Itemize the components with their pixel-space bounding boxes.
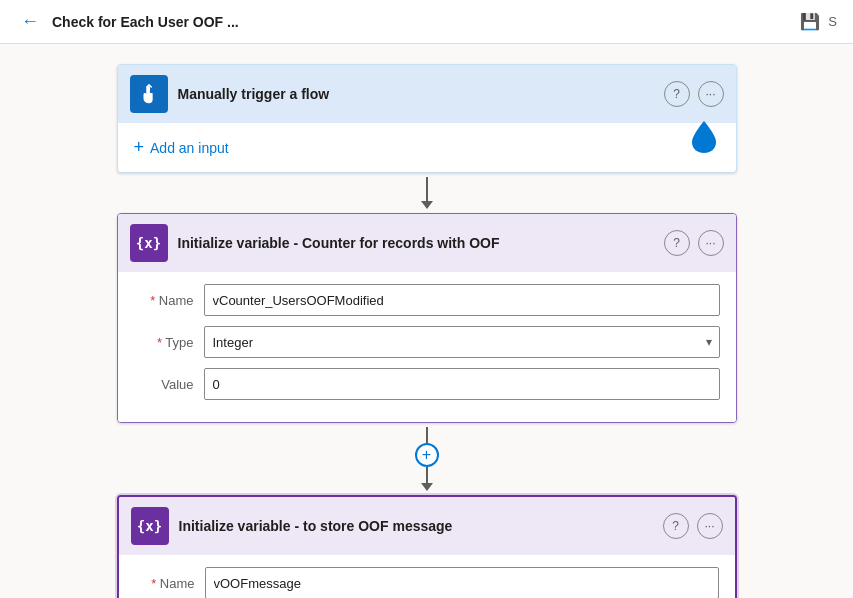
trigger-body: + Add an input [118, 123, 736, 172]
var1-more-button[interactable]: ··· [698, 230, 724, 256]
var1-type-label: * Type [134, 335, 194, 350]
var1-help-button[interactable]: ? [664, 230, 690, 256]
trigger-title: Manually trigger a flow [178, 86, 654, 102]
var-card-1-body: * Name * Type Integer String Float Bo [118, 272, 736, 422]
plus-connector: + [415, 427, 439, 491]
required-star-2: * [157, 335, 162, 350]
var1-value-row: Value [134, 368, 720, 400]
var-card-1-header: {x} Initialize variable - Counter for re… [118, 214, 736, 272]
add-input-plus-icon: + [134, 137, 145, 158]
arrow-head [421, 201, 433, 209]
var-card-2-body: * Name * Type Integer String Float Bo [119, 555, 735, 598]
trigger-header: Manually trigger a flow ? ··· [118, 65, 736, 123]
var-card-2-header: {x} Initialize variable - to store OOF m… [119, 497, 735, 555]
page-title: Check for Each User OOF ... [52, 14, 239, 30]
trigger-more-button[interactable]: ··· [698, 81, 724, 107]
trigger-help-button[interactable]: ? [664, 81, 690, 107]
var2-name-input[interactable] [205, 567, 719, 598]
var-card-2: {x} Initialize variable - to store OOF m… [117, 495, 737, 598]
top-bar: ← Check for Each User OOF ... 💾 S [0, 0, 853, 44]
arrow-line [426, 177, 428, 201]
required-star-3: * [151, 576, 156, 591]
trigger-card-actions: ? ··· [664, 81, 724, 107]
trigger-card: Manually trigger a flow ? ··· + Add an i… [117, 64, 737, 173]
var1-name-row: * Name [134, 284, 720, 316]
var2-name-label: * Name [135, 576, 195, 591]
var-icon-label-2: {x} [137, 518, 162, 534]
var-card-2-actions: ? ··· [663, 513, 723, 539]
back-button[interactable]: ← [16, 8, 44, 36]
plus-button[interactable]: + [415, 443, 439, 467]
var1-name-label: * Name [134, 293, 194, 308]
flow-container: Manually trigger a flow ? ··· + Add an i… [117, 64, 737, 598]
plus-symbol: + [422, 446, 431, 464]
var1-type-row: * Type Integer String Float Boolean Obje… [134, 326, 720, 358]
var1-type-select[interactable]: Integer String Float Boolean Object Arra… [204, 326, 720, 358]
required-star-1: * [150, 293, 155, 308]
add-input-button[interactable]: + Add an input [134, 133, 229, 162]
var-icon-2: {x} [131, 507, 169, 545]
top-bar-left: ← Check for Each User OOF ... [16, 8, 239, 36]
var2-help-button[interactable]: ? [663, 513, 689, 539]
var-title-1: Initialize variable - Counter for record… [178, 235, 654, 251]
save-label: S [828, 14, 837, 29]
var1-value-input[interactable] [204, 368, 720, 400]
var-title-2: Initialize variable - to store OOF messa… [179, 518, 653, 534]
plus-line-bottom [426, 467, 428, 483]
var2-more-button[interactable]: ··· [697, 513, 723, 539]
flow-canvas: Manually trigger a flow ? ··· + Add an i… [0, 44, 853, 598]
save-icon: 💾 [800, 12, 820, 31]
var1-name-input[interactable] [204, 284, 720, 316]
water-drop-decoration [690, 119, 718, 159]
var1-type-select-wrapper: Integer String Float Boolean Object Arra… [204, 326, 720, 358]
plus-line-top [426, 427, 428, 443]
arrow-connector-1 [421, 177, 433, 209]
var-card-1: {x} Initialize variable - Counter for re… [117, 213, 737, 423]
top-bar-right: 💾 S [800, 12, 837, 31]
var-icon-1: {x} [130, 224, 168, 262]
var2-name-row: * Name [135, 567, 719, 598]
trigger-svg-icon [138, 83, 160, 105]
trigger-icon [130, 75, 168, 113]
var-icon-label-1: {x} [136, 235, 161, 251]
water-drop-svg [690, 119, 718, 155]
plus-arrow-head [421, 483, 433, 491]
add-input-label: Add an input [150, 140, 229, 156]
back-icon: ← [21, 11, 39, 32]
var-card-1-actions: ? ··· [664, 230, 724, 256]
var1-value-label: Value [134, 377, 194, 392]
